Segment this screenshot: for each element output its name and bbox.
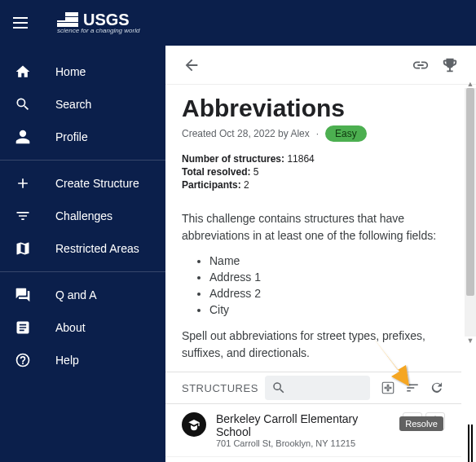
resize-handle[interactable]: [468, 425, 476, 462]
stat-participants-label: Participants:: [182, 179, 241, 191]
plus-icon: [15, 175, 31, 191]
field-item: Address 2: [209, 287, 445, 300]
link-icon: [412, 56, 430, 74]
usgs-flag-icon: [57, 12, 78, 27]
help-icon: [15, 352, 31, 368]
nav-challenges[interactable]: Challenges: [0, 200, 165, 232]
menu-icon[interactable]: [13, 13, 33, 33]
field-item: Name: [209, 254, 445, 267]
scroll-down-arrow[interactable]: ▼: [466, 337, 474, 345]
field-list: Name Address 1 Address 2 City: [209, 254, 445, 316]
page-meta: Created Oct 28, 2022 by Alex · Easy: [182, 125, 445, 142]
structures-heading: STRUCTURES: [169, 382, 258, 394]
nav-help[interactable]: Help: [0, 344, 165, 376]
home-icon: [15, 64, 31, 80]
page-title: Abbreviations: [182, 95, 445, 122]
nav-profile[interactable]: Profile: [0, 121, 165, 153]
link-button[interactable]: [406, 51, 435, 80]
nav-about[interactable]: About: [0, 311, 165, 344]
created-text: Created Oct 28, 2022 by Alex: [182, 128, 310, 139]
structure-address: 701 Carroll St, Brooklyn, NY 11215: [216, 438, 393, 448]
divider: [0, 271, 165, 272]
sort-icon: [405, 381, 420, 395]
scroll-up-arrow[interactable]: ▲: [466, 80, 474, 88]
logo-text: USGS: [83, 11, 130, 28]
trophy-button[interactable]: [435, 51, 465, 80]
scrollbar-thumb[interactable]: [466, 88, 474, 296]
arrow-left-icon: [183, 56, 201, 74]
content-header: [165, 46, 476, 85]
nav-help-label: Help: [55, 354, 79, 367]
nav-restricted-label: Restricted Areas: [55, 242, 139, 255]
chat-icon: [15, 287, 31, 303]
nav-home-label: Home: [55, 65, 86, 78]
stat-structures-label: Number of structures:: [182, 153, 284, 165]
article-icon: [15, 319, 31, 336]
nav-restricted[interactable]: Restricted Areas: [0, 232, 165, 265]
content-scroll[interactable]: Abbreviations Created Oct 28, 2022 by Al…: [165, 85, 461, 462]
trophy-icon: [441, 56, 459, 74]
sidebar: Home Search Profile Create Structure Cha…: [0, 46, 165, 462]
add-button[interactable]: [377, 376, 399, 399]
nav-search[interactable]: Search: [0, 88, 165, 121]
stat-participants-value: 2: [244, 179, 249, 191]
nav-qa-label: Q and A: [55, 288, 97, 301]
sort-button[interactable]: [401, 376, 424, 399]
main-panel: ▲ ▼ Abbreviations Created Oct 28, 2022 b…: [165, 46, 476, 462]
stats-block: Number of structures: 11864 Total resolv…: [182, 153, 445, 191]
divider: [0, 160, 165, 161]
refresh-button[interactable]: [425, 376, 448, 399]
nav-challenges-label: Challenges: [55, 209, 112, 222]
stat-structures-value: 11864: [287, 153, 314, 165]
nav-qa[interactable]: Q and A: [0, 279, 165, 311]
logo-tagline: science for a changing world: [57, 28, 139, 34]
nav-about-label: About: [55, 321, 86, 334]
filter-icon: [15, 208, 31, 224]
nav-search-label: Search: [55, 98, 91, 111]
search-icon: [271, 381, 286, 395]
refresh-icon: [430, 381, 444, 395]
scrollbar[interactable]: ▲ ▼: [465, 88, 476, 337]
school-icon: [187, 418, 201, 431]
difficulty-badge: Easy: [325, 125, 367, 142]
nav-create-label: Create Structure: [55, 177, 139, 190]
nav-create[interactable]: Create Structure: [0, 167, 165, 200]
back-button[interactable]: [177, 51, 206, 80]
nav-home[interactable]: Home: [0, 55, 165, 88]
stat-resolved-value: 5: [253, 166, 259, 178]
field-item: Address 1: [209, 271, 445, 284]
structure-title: Berkeley Carroll Elementary School: [216, 412, 393, 438]
nav-profile-label: Profile: [55, 130, 88, 143]
logo[interactable]: USGS science for a changing world: [57, 11, 139, 34]
map-icon: [15, 240, 31, 257]
structure-avatar: [182, 412, 206, 437]
person-icon: [15, 129, 31, 145]
resolve-tooltip: Resolve: [399, 416, 443, 431]
description-2: Spell out abbreviations for street types…: [182, 328, 445, 362]
field-item: City: [209, 303, 445, 316]
search-icon: [15, 96, 31, 112]
description-1: This challenge contains structures that …: [182, 210, 445, 244]
meta-dot: ·: [316, 128, 319, 139]
structures-search[interactable]: [265, 376, 370, 400]
structure-item[interactable]: Casper College 125 College Dr, Casper, W…: [165, 457, 461, 462]
structures-toolbar: STRUCTURES: [165, 372, 461, 404]
topbar: USGS science for a changing world: [0, 0, 476, 46]
add-box-icon: [381, 381, 395, 395]
stat-resolved-label: Total resolved:: [182, 166, 250, 178]
